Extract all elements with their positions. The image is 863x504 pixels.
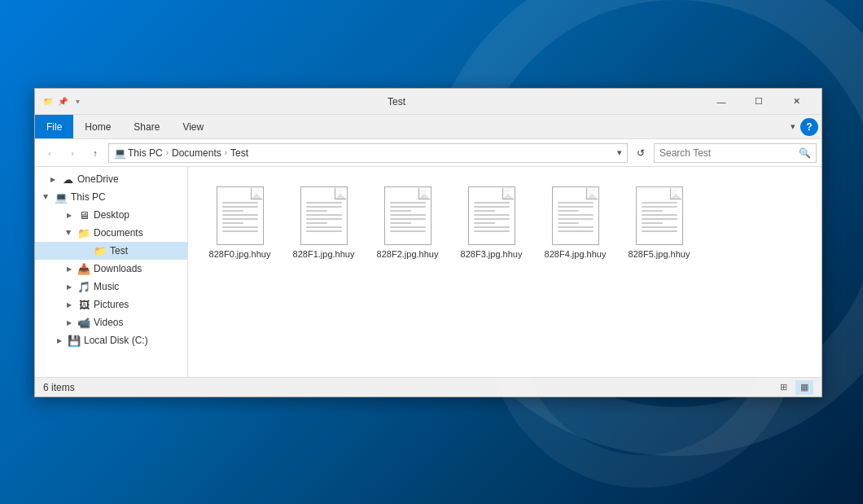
files-grid: 828F0.jpg.hhuy xyxy=(201,180,808,266)
sidebar-item-documents[interactable]: ▶ 📁 Documents xyxy=(35,224,187,242)
file-item-0[interactable]: 828F0.jpg.hhuy xyxy=(201,180,278,266)
doc-lines-3 xyxy=(474,202,510,234)
downloads-expand[interactable]: ▶ xyxy=(64,264,74,274)
sidebar-label-thispc: This PC xyxy=(71,191,106,203)
documents-icon: 📁 xyxy=(77,227,90,239)
address-dropdown-arrow[interactable]: ▾ xyxy=(617,147,622,158)
menu-tab-view[interactable]: View xyxy=(171,115,215,138)
large-icons-view-button[interactable]: ▦ xyxy=(795,380,813,395)
file-name-3: 828F3.jpg.hhuy xyxy=(461,248,523,260)
file-item-2[interactable]: 828F2.jpg.hhuy xyxy=(369,180,446,266)
sidebar-item-videos[interactable]: ▶ 📹 Videos xyxy=(35,313,187,331)
menu-tab-share[interactable]: Share xyxy=(122,115,171,138)
expand-ribbon-icon[interactable]: ▾ xyxy=(791,121,795,132)
sidebar-item-downloads[interactable]: ▶ 📥 Downloads xyxy=(35,260,187,278)
main-content: ▶ ☁ OneDrive ▶ 💻 This PC ▶ 🖥 Desktop ▶ 📁… xyxy=(35,167,821,377)
music-icon: 🎵 xyxy=(77,281,90,293)
details-view-button[interactable]: ⊞ xyxy=(774,380,792,395)
videos-expand[interactable]: ▶ xyxy=(64,318,74,327)
sidebar-item-test[interactable]: ▶ 📁 Test xyxy=(35,242,187,260)
downloads-icon: 📥 xyxy=(77,263,90,275)
maximize-button[interactable]: ☐ xyxy=(740,89,778,115)
files-area: 828F0.jpg.hhuy xyxy=(188,167,821,377)
doc-lines-0 xyxy=(222,202,258,234)
file-icon-1 xyxy=(300,186,348,245)
window-title: Test xyxy=(90,96,703,107)
test-label: Test xyxy=(230,147,248,159)
sidebar-label-music: Music xyxy=(94,281,119,292)
address-bar: ‹ › ↑ 💻 This PC › Documents › Test ▾ ↺ 🔍 xyxy=(35,139,821,167)
file-name-1: 828F1.jpg.hhuy xyxy=(293,248,355,260)
sidebar-label-desktop: Desktop xyxy=(94,209,129,221)
pictures-expand[interactable]: ▶ xyxy=(64,300,74,309)
file-name-2: 828F2.jpg.hhuy xyxy=(377,248,439,260)
status-bar: 6 items ⊞ ▦ xyxy=(35,377,821,397)
file-icon-4 xyxy=(552,186,599,245)
sidebar-item-pictures[interactable]: ▶ 🖼 Pictures xyxy=(35,296,187,313)
sidebar-label-localdisk: Local Disk (C:) xyxy=(84,335,148,346)
sidebar-label-onedrive: OneDrive xyxy=(77,173,119,185)
quick-access-arrow[interactable]: ▾ xyxy=(71,95,84,108)
path-item-thispc[interactable]: 💻 This PC xyxy=(114,147,163,159)
onedrive-expand[interactable]: ▶ xyxy=(48,174,58,184)
item-count: 6 items xyxy=(43,382,75,393)
path-item-test[interactable]: Test xyxy=(230,147,248,159)
path-item-documents[interactable]: Documents xyxy=(172,147,221,159)
file-item-1[interactable]: 828F1.jpg.hhuy xyxy=(285,180,362,266)
minimize-button[interactable]: — xyxy=(703,89,740,115)
menu-tab-file[interactable]: File xyxy=(35,115,73,138)
file-icon-0 xyxy=(217,186,264,245)
search-box[interactable]: 🔍 xyxy=(654,143,817,163)
doc-lines-2 xyxy=(390,202,426,234)
menu-bar: File Home Share View ▾ ? xyxy=(35,115,821,139)
forward-button[interactable]: › xyxy=(63,143,82,163)
file-item-4[interactable]: 828F4.jpg.hhuy xyxy=(537,180,614,266)
back-button[interactable]: ‹ xyxy=(40,143,59,163)
sidebar-item-desktop[interactable]: ▶ 🖥 Desktop xyxy=(35,206,187,224)
sidebar: ▶ ☁ OneDrive ▶ 💻 This PC ▶ 🖥 Desktop ▶ 📁… xyxy=(35,167,188,377)
sidebar-label-documents: Documents xyxy=(94,227,143,239)
sidebar-item-localdisk[interactable]: ▶ 💾 Local Disk (C:) xyxy=(35,331,187,349)
documents-label: Documents xyxy=(172,147,221,159)
file-icon-2 xyxy=(384,186,432,245)
thispc-label: This PC xyxy=(128,147,163,159)
music-expand[interactable]: ▶ xyxy=(64,282,74,291)
search-icon[interactable]: 🔍 xyxy=(799,147,811,159)
up-button[interactable]: ↑ xyxy=(85,143,105,163)
thispc-icon: 💻 xyxy=(114,147,126,159)
localdisk-expand[interactable]: ▶ xyxy=(55,335,64,345)
sidebar-item-thispc[interactable]: ▶ 💻 This PC xyxy=(35,188,187,206)
search-input[interactable] xyxy=(659,147,795,159)
file-name-4: 828F4.jpg.hhuy xyxy=(545,248,607,260)
documents-expand[interactable]: ▶ xyxy=(64,228,74,238)
window-controls: — ☐ ✕ xyxy=(703,89,815,115)
file-item-5[interactable]: 828F5.jpg.hhuy xyxy=(620,180,698,266)
status-bar-right: ⊞ ▦ xyxy=(774,380,813,395)
pin-icon: 📌 xyxy=(56,95,69,108)
file-icon-3 xyxy=(468,186,515,245)
thispc-sidebar-icon: 💻 xyxy=(55,191,68,204)
help-button[interactable]: ? xyxy=(800,118,818,136)
title-bar: 📁 📌 ▾ Test — ☐ ✕ xyxy=(35,89,821,115)
refresh-button[interactable]: ↺ xyxy=(631,143,651,163)
file-icon-5 xyxy=(636,186,683,245)
file-item-3[interactable]: 828F3.jpg.hhuy xyxy=(453,180,530,266)
file-name-0: 828F0.jpg.hhuy xyxy=(209,248,271,260)
close-button[interactable]: ✕ xyxy=(778,89,815,115)
thispc-expand[interactable]: ▶ xyxy=(42,192,51,202)
desktop-expand[interactable]: ▶ xyxy=(64,210,74,220)
doc-lines-1 xyxy=(306,202,342,234)
sidebar-item-music[interactable]: ▶ 🎵 Music xyxy=(35,278,187,296)
address-path[interactable]: 💻 This PC › Documents › Test ▾ xyxy=(108,143,628,163)
doc-lines-4 xyxy=(558,202,594,234)
test-folder-icon: 📁 xyxy=(94,245,107,257)
localdisk-icon: 💾 xyxy=(68,335,81,347)
menu-bar-right: ▾ ? xyxy=(791,118,821,136)
path-sep-1: › xyxy=(166,148,169,157)
doc-lines-5 xyxy=(642,202,677,234)
sidebar-item-onedrive[interactable]: ▶ ☁ OneDrive xyxy=(35,170,187,188)
sidebar-label-videos: Videos xyxy=(94,317,123,328)
sidebar-label-test: Test xyxy=(110,245,128,256)
onedrive-icon: ☁ xyxy=(61,173,74,186)
menu-tab-home[interactable]: Home xyxy=(73,115,122,138)
